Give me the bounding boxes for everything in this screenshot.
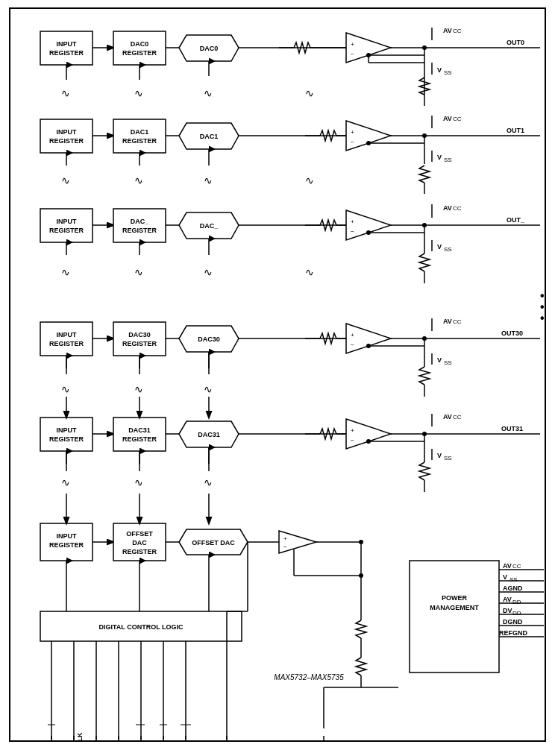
svg-text:AV: AV xyxy=(443,115,452,122)
svg-text:DAC0: DAC0 xyxy=(131,40,149,48)
svg-text:INPUT: INPUT xyxy=(57,128,78,136)
svg-text:∿: ∿ xyxy=(305,174,314,186)
svg-text:∿: ∿ xyxy=(61,174,70,186)
svg-text:V: V xyxy=(503,573,507,581)
svg-text:REGISTER: REGISTER xyxy=(49,541,84,549)
svg-text:V: V xyxy=(437,452,442,459)
svg-text:REGISTER: REGISTER xyxy=(122,49,157,57)
svg-text:∿: ∿ xyxy=(61,383,70,395)
svg-marker-182 xyxy=(179,529,248,555)
svg-text:DAC1: DAC1 xyxy=(131,128,149,136)
svg-text:OUT31: OUT31 xyxy=(501,425,523,432)
svg-text:DAC1: DAC1 xyxy=(200,133,219,140)
svg-text:•: • xyxy=(540,312,545,324)
svg-text:OUT1: OUT1 xyxy=(507,127,524,134)
svg-text:AV: AV xyxy=(443,204,452,212)
svg-text:SS: SS xyxy=(444,455,452,462)
svg-text:DIGITAL CONTROL LOGIC: DIGITAL CONTROL LOGIC xyxy=(99,623,184,631)
svg-text:∿: ∿ xyxy=(134,266,143,278)
svg-text:−: − xyxy=(351,341,354,348)
svg-text:REGISTER: REGISTER xyxy=(122,227,157,234)
svg-text:∿: ∿ xyxy=(61,476,70,488)
svg-text:INPUT: INPUT xyxy=(57,331,78,338)
svg-text:CC: CC xyxy=(453,318,462,325)
svg-text:DAC0: DAC0 xyxy=(200,45,219,52)
svg-text:OFFSET DAC: OFFSET DAC xyxy=(192,539,235,546)
svg-rect-202 xyxy=(40,611,242,641)
svg-text:∿: ∿ xyxy=(305,266,314,278)
svg-text:SCLK: SCLK xyxy=(76,732,84,740)
svg-text:∿: ∿ xyxy=(61,266,70,278)
svg-point-291 xyxy=(366,53,371,57)
svg-text:DD: DD xyxy=(512,599,521,605)
svg-text:∿: ∿ xyxy=(204,174,213,186)
svg-text:REGISTER: REGISTER xyxy=(49,435,84,443)
svg-rect-207 xyxy=(410,561,499,672)
svg-text:REGISTER: REGISTER xyxy=(122,340,157,347)
svg-text:SS: SS xyxy=(444,69,452,76)
svg-text:CC: CC xyxy=(453,205,462,212)
svg-marker-149 xyxy=(179,421,239,447)
svg-marker-123 xyxy=(346,324,391,353)
svg-text:∿: ∿ xyxy=(204,476,213,488)
diagram-svg: INPUT REGISTER DAC0 REGISTER DAC0 AV CC … xyxy=(10,9,545,740)
svg-text:POWER: POWER xyxy=(442,594,468,602)
svg-text:+: + xyxy=(351,129,354,136)
svg-text:DAC31: DAC31 xyxy=(128,426,151,434)
svg-rect-145 xyxy=(113,418,166,451)
svg-text:DAC31: DAC31 xyxy=(198,431,220,438)
svg-point-57 xyxy=(366,141,371,145)
svg-rect-141 xyxy=(40,418,92,451)
svg-text:REGISTER: REGISTER xyxy=(122,137,157,145)
svg-text:−: − xyxy=(351,228,354,235)
svg-marker-185 xyxy=(279,531,316,553)
svg-marker-48 xyxy=(346,121,391,151)
svg-text:AV: AV xyxy=(443,27,452,34)
svg-marker-78 xyxy=(179,212,239,239)
svg-text:CC: CC xyxy=(453,28,462,34)
svg-text:OUT30: OUT30 xyxy=(501,330,523,337)
svg-rect-74 xyxy=(113,209,166,242)
svg-point-89 xyxy=(422,223,427,227)
svg-rect-173 xyxy=(40,523,92,561)
svg-marker-155 xyxy=(346,419,391,449)
svg-text:REFGND: REFGND xyxy=(499,629,528,637)
svg-point-164 xyxy=(366,439,371,444)
svg-text:OUT_: OUT_ xyxy=(507,216,525,224)
svg-text:REGISTER: REGISTER xyxy=(49,49,84,57)
svg-text:AV: AV xyxy=(503,596,512,603)
svg-point-132 xyxy=(366,344,371,348)
svg-text:∿: ∿ xyxy=(61,87,70,99)
svg-text:•: • xyxy=(540,300,545,313)
svg-text:−: − xyxy=(351,51,354,57)
svg-text:+: + xyxy=(351,218,354,225)
svg-text:∿: ∿ xyxy=(134,174,143,186)
svg-text:∿: ∿ xyxy=(134,383,143,395)
svg-point-288 xyxy=(422,45,427,50)
svg-text:REGISTER: REGISTER xyxy=(49,137,84,145)
svg-text:∿: ∿ xyxy=(204,266,213,278)
svg-marker-42 xyxy=(179,123,239,149)
svg-text:CC: CC xyxy=(512,563,521,570)
svg-text:REGISTER: REGISTER xyxy=(122,435,157,443)
svg-text:−: − xyxy=(283,544,287,550)
svg-text:DAC_: DAC_ xyxy=(131,218,149,225)
svg-point-193 xyxy=(359,573,363,578)
svg-text:∿: ∿ xyxy=(305,87,314,99)
svg-rect-70 xyxy=(40,209,92,242)
svg-rect-109 xyxy=(40,322,92,356)
svg-text:DAC_: DAC_ xyxy=(200,222,219,230)
svg-text:INPUT: INPUT xyxy=(57,532,78,540)
svg-text:V: V xyxy=(437,356,442,364)
svg-text:AV: AV xyxy=(443,413,452,420)
svg-text:DD: DD xyxy=(512,610,521,617)
svg-text:DV: DV xyxy=(503,607,512,614)
svg-text:SS: SS xyxy=(444,246,452,253)
svg-text:+: + xyxy=(283,535,287,542)
svg-text:DGND: DGND xyxy=(503,618,523,626)
svg-text:−: − xyxy=(351,437,354,444)
svg-text:OFFSET: OFFSET xyxy=(126,530,153,538)
svg-marker-14 xyxy=(346,33,391,63)
svg-text:CC: CC xyxy=(453,414,462,420)
svg-rect-0 xyxy=(40,31,92,65)
